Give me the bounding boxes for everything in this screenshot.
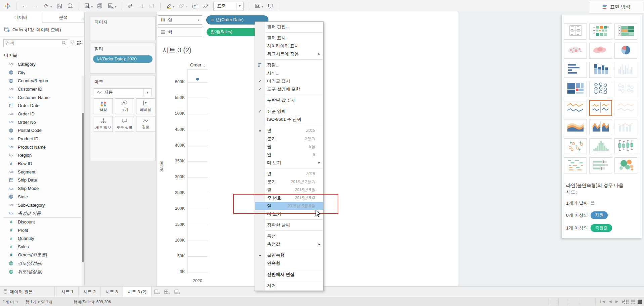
mark-button[interactable]: 세부 정보	[94, 116, 113, 132]
menu-item[interactable]: 필터 표시	[255, 34, 323, 42]
field-row[interactable]: Ship Date	[0, 176, 84, 185]
mark-button[interactable]: 색상	[94, 98, 113, 114]
new-worksheet-button[interactable]	[153, 287, 162, 297]
showme-thumbnail[interactable]	[564, 157, 587, 173]
showme-thumbnail[interactable]	[614, 138, 637, 154]
showme-thumbnail[interactable]	[614, 81, 637, 97]
field-row[interactable]: # Quantity	[0, 234, 84, 243]
filmstrip-view-icon[interactable]	[631, 300, 636, 305]
field-row[interactable]: State	[0, 193, 84, 201]
toolbar-button[interactable]	[201, 2, 210, 10]
showme-thumbnail[interactable]	[564, 23, 587, 40]
menu-item[interactable]: ✓ 표준 양력	[255, 107, 323, 115]
sheet-tab[interactable]: 시트 3 (2)	[123, 287, 152, 297]
toolbar-button[interactable]: ←	[20, 2, 29, 10]
datasource-tab[interactable]: 데이터 원본	[0, 287, 55, 297]
mark-button[interactable]: 경로	[136, 116, 155, 132]
new-story-button[interactable]	[173, 287, 182, 297]
field-row[interactable]: Abc 측정값 이름	[0, 209, 84, 217]
filter-funnel-icon[interactable]	[70, 40, 75, 46]
showme-thumbnail[interactable]	[589, 23, 612, 40]
grid-view-icon[interactable]	[624, 300, 629, 305]
field-row[interactable]: Abc Ship Mode	[0, 184, 84, 193]
showme-thumbnail[interactable]	[589, 138, 612, 154]
datasource-row[interactable]: Orders(1강_데이터 준비)	[0, 23, 84, 37]
toolbar-button[interactable]	[83, 2, 94, 10]
field-row[interactable]: Order Date	[0, 101, 84, 110]
toolbar-button[interactable]	[55, 2, 64, 10]
menu-item[interactable]: ISO-8601 주 단위	[255, 115, 323, 123]
data-point[interactable]	[196, 78, 199, 81]
field-row[interactable]: Abc Segment	[0, 168, 84, 176]
field-row[interactable]: # Sales	[0, 243, 84, 251]
showme-thumbnail[interactable]	[614, 43, 637, 59]
menu-item[interactable]: 하이라이터 표시	[255, 42, 323, 50]
field-row[interactable]: Abc Product Name	[0, 143, 84, 151]
showme-thumbnail[interactable]	[614, 23, 637, 40]
new-dashboard-button[interactable]	[163, 287, 172, 297]
menu-item[interactable]: 년 2015	[255, 170, 323, 178]
mark-button[interactable]: 크기	[115, 98, 134, 114]
field-row[interactable]: # Orders(카운트)	[0, 251, 84, 259]
toolbar-button[interactable]	[177, 2, 188, 10]
filters-card[interactable]: 필터 년(Order Date): 2020	[90, 43, 156, 74]
field-row[interactable]: Abc Category	[0, 60, 84, 68]
toolbar-button[interactable]	[266, 2, 275, 10]
toolbar-button[interactable]	[3, 2, 12, 10]
showme-thumbnail[interactable]	[564, 81, 587, 97]
rows-pill-sales[interactable]: 합계(Sales)	[207, 28, 257, 36]
toolbar-button[interactable]: ⇄	[126, 2, 135, 10]
field-row[interactable]: City	[0, 68, 84, 77]
field-row[interactable]: # Row ID	[0, 159, 84, 168]
field-row[interactable]: Abc Order No	[0, 118, 84, 126]
menu-item[interactable]: • 불연속형	[255, 251, 323, 259]
sheet-tab[interactable]: 시트 2	[78, 287, 101, 297]
menu-item[interactable]: 워크시트에 적용 ▶	[255, 50, 323, 58]
toolbar-button[interactable]	[137, 2, 145, 10]
toolbar-button[interactable]	[96, 2, 104, 10]
field-row[interactable]: 위도(생성됨)	[0, 267, 84, 276]
sheet-tab[interactable]: 시트 1	[56, 287, 79, 297]
showme-thumbnail[interactable]	[589, 81, 612, 97]
field-row[interactable]: Abc Sub-Category	[0, 201, 84, 209]
menu-item[interactable]: 월 5월	[255, 143, 323, 151]
field-row[interactable]: Postal Code	[0, 126, 84, 135]
sidebar-tab[interactable]: 데이터	[0, 12, 42, 23]
search-input-box[interactable]	[3, 39, 68, 47]
menu-item[interactable]: 더 보기 ▶	[255, 159, 323, 167]
search-input[interactable]	[4, 41, 62, 46]
show-me-button[interactable]: 표현 방식	[589, 1, 644, 13]
menu-item[interactable]: 필터 편집...	[255, 23, 323, 31]
menu-item[interactable]: 누락된 값 표시	[255, 96, 323, 104]
showme-thumbnail[interactable]	[564, 100, 587, 116]
showme-thumbnail[interactable]	[589, 62, 612, 78]
showme-thumbnail[interactable]	[614, 100, 637, 116]
menu-item[interactable]: • 년 2015	[255, 126, 323, 135]
menu-item[interactable]: 제거	[255, 282, 323, 290]
showme-thumbnail[interactable]	[589, 119, 612, 135]
fit-selector[interactable]: 표준 ▼	[213, 2, 244, 10]
chevron-down-icon[interactable]: ▾	[198, 18, 199, 22]
menu-item[interactable]: 일 8	[255, 151, 323, 159]
field-row[interactable]: Abc Customer Name	[0, 93, 84, 102]
menu-item[interactable]: 서식...	[255, 69, 323, 77]
field-row[interactable]: Country/Region	[0, 76, 84, 85]
showme-thumbnail[interactable]	[564, 62, 587, 78]
view-options-icon[interactable]: ▾	[77, 41, 83, 46]
showme-thumbnail[interactable]	[614, 119, 637, 135]
chevron-down-icon[interactable]: ▼	[236, 2, 243, 10]
menu-item[interactable]: 선반에서 편집	[255, 270, 323, 278]
filter-pill[interactable]: 년(Order Date): 2020	[93, 55, 153, 63]
mark-button[interactable]: T 레이블	[136, 98, 155, 114]
menu-item[interactable]: 측정값 ▶	[255, 240, 323, 248]
showme-thumbnail[interactable]	[564, 119, 587, 135]
toolbar-button[interactable]	[147, 2, 156, 10]
sidebar-tab[interactable]: 분석	[42, 12, 84, 23]
field-row[interactable]: # Profit	[0, 226, 84, 235]
sheet-tab[interactable]: 시트 3	[100, 287, 123, 297]
field-row[interactable]: # Discount	[0, 218, 84, 226]
showme-thumbnail[interactable]	[589, 43, 612, 59]
menu-item[interactable]: 분기 2분기	[255, 135, 323, 143]
menu-item[interactable]: 정렬...	[255, 61, 323, 69]
toolbar-button[interactable]	[106, 2, 118, 10]
